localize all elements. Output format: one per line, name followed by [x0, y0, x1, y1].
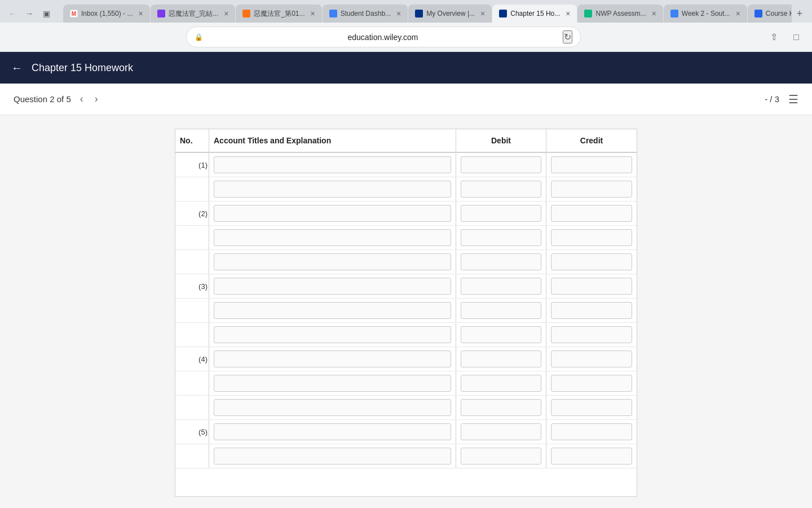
account-input-3a[interactable] [214, 278, 451, 295]
credit-input-5a[interactable] [551, 423, 632, 440]
credit-input-4a[interactable] [551, 351, 632, 367]
tab-favicon-tab8 [670, 10, 678, 17]
tab-label-tab6: Chapter 15 Ho... [510, 10, 560, 17]
row-number-(3): (3) [175, 274, 209, 298]
share-button[interactable]: ⇧ [765, 28, 783, 46]
tab-tab5[interactable]: My Overview |...× [408, 5, 492, 23]
credit-input-3a[interactable] [551, 278, 632, 295]
tab-tab6[interactable]: Chapter 15 Ho...× [492, 5, 577, 23]
back-to-course-button[interactable]: ← [11, 62, 23, 75]
table-row [175, 226, 637, 250]
tab-tab2[interactable]: 惡魔法官_完結...× [151, 5, 236, 23]
debit-input-5a[interactable] [461, 423, 541, 440]
col-no: No. [175, 129, 209, 152]
credit-input-1b[interactable] [551, 181, 632, 198]
tab-label-tab3: 惡魔法官_第01... [254, 9, 304, 19]
table-row: (2) [175, 202, 637, 226]
tab-close-tab8[interactable]: × [736, 9, 740, 18]
row-number-(3) [175, 299, 209, 322]
back-button[interactable]: ← [5, 6, 20, 21]
next-question-button[interactable]: › [92, 91, 100, 107]
tab-tab9[interactable]: Course Hero× [748, 5, 792, 23]
debit-input-2b[interactable] [461, 229, 541, 246]
credit-input-1a[interactable] [551, 156, 632, 173]
score-display: - / 3 [765, 94, 779, 104]
credit-input-4b[interactable] [551, 375, 632, 392]
tab-gmail[interactable]: MInbox (1,550) - ...× [63, 5, 150, 23]
account-input-3c[interactable] [214, 326, 451, 343]
question-nav-bar: Question 2 of 5 ‹ › - / 3 ☰ [0, 84, 812, 115]
row-number-(4) [175, 396, 209, 419]
tab-overview-button[interactable]: ▣ [38, 6, 54, 21]
new-window-button[interactable]: □ [787, 28, 805, 46]
address-bar[interactable]: 🔒 education.wiley.com ↻ [186, 27, 581, 47]
credit-input-2a[interactable] [551, 205, 632, 222]
account-input-5b[interactable] [214, 448, 451, 465]
tab-tab3[interactable]: 惡魔法官_第01...× [236, 5, 321, 23]
question-counter: Question 2 of 5 [14, 94, 71, 104]
row-number-(4): (4) [175, 347, 209, 371]
debit-input-2a[interactable] [461, 205, 541, 222]
journal-table: No. Account Titles and Explanation Debit… [175, 129, 637, 497]
account-input-2c[interactable] [214, 253, 451, 270]
credit-input-4c[interactable] [551, 399, 632, 416]
debit-input-1a[interactable] [461, 156, 541, 173]
prev-question-button[interactable]: ‹ [78, 91, 86, 107]
table-row: (3) [175, 274, 637, 299]
tab-tab7[interactable]: NWP Assessm...× [577, 5, 663, 23]
debit-input-3a[interactable] [461, 278, 541, 295]
tab-close-tab7[interactable]: × [652, 9, 656, 18]
account-input-2a[interactable] [214, 205, 451, 222]
credit-input-3c[interactable] [551, 326, 632, 343]
tab-close-tab4[interactable]: × [396, 9, 401, 18]
tab-close-tab2[interactable]: × [224, 9, 228, 18]
account-input-5a[interactable] [214, 423, 451, 440]
table-row: (5) [175, 420, 637, 444]
row-number-(3) [175, 323, 209, 347]
tab-tab4[interactable]: Student Dashb...× [323, 5, 408, 23]
account-input-4a[interactable] [214, 351, 451, 367]
page-title: Chapter 15 Homework [32, 62, 133, 74]
account-input-2b[interactable] [214, 229, 451, 246]
account-input-1a[interactable] [214, 156, 451, 173]
outline-icon[interactable]: ☰ [788, 93, 798, 106]
reload-button[interactable]: ↻ [563, 30, 572, 43]
credit-input-2c[interactable] [551, 253, 632, 270]
tab-close-tab6[interactable]: × [566, 9, 570, 18]
tab-favicon-gmail: M [70, 10, 78, 17]
tab-favicon-tab7 [584, 10, 592, 17]
debit-input-4c[interactable] [461, 399, 541, 416]
account-input-1b[interactable] [214, 181, 451, 198]
row-number-(2): (2) [175, 202, 209, 225]
forward-button[interactable]: → [21, 6, 37, 21]
new-tab-button[interactable]: + [792, 6, 807, 21]
row-number-(2) [175, 250, 209, 274]
debit-input-3b[interactable] [461, 302, 541, 319]
tab-label-gmail: Inbox (1,550) - ... [81, 10, 133, 17]
tab-label-tab8: Week 2 - Sout... [682, 10, 730, 17]
lock-icon: 🔒 [195, 33, 203, 41]
credit-input-3b[interactable] [551, 302, 632, 319]
account-input-4c[interactable] [214, 399, 451, 416]
url-text: education.wiley.com [208, 33, 558, 42]
account-input-4b[interactable] [214, 375, 451, 392]
table-row [175, 299, 637, 323]
debit-input-3c[interactable] [461, 326, 541, 343]
table-header: No. Account Titles and Explanation Debit… [175, 129, 637, 153]
tab-close-gmail[interactable]: × [138, 9, 143, 18]
debit-input-1b[interactable] [461, 181, 541, 198]
debit-input-4a[interactable] [461, 351, 541, 367]
credit-input-2b[interactable] [551, 229, 632, 246]
row-number-(4) [175, 371, 209, 395]
account-input-3b[interactable] [214, 302, 451, 319]
main-content: No. Account Titles and Explanation Debit… [0, 115, 812, 508]
table-row: (4) [175, 347, 637, 371]
tab-favicon-tab5 [415, 10, 423, 17]
credit-input-5b[interactable] [551, 448, 632, 465]
debit-input-2c[interactable] [461, 253, 541, 270]
debit-input-4b[interactable] [461, 375, 541, 392]
tab-close-tab5[interactable]: × [480, 9, 485, 18]
tab-close-tab3[interactable]: × [310, 9, 315, 18]
debit-input-5b[interactable] [461, 448, 541, 465]
tab-tab8[interactable]: Week 2 - Sout...× [664, 5, 747, 23]
